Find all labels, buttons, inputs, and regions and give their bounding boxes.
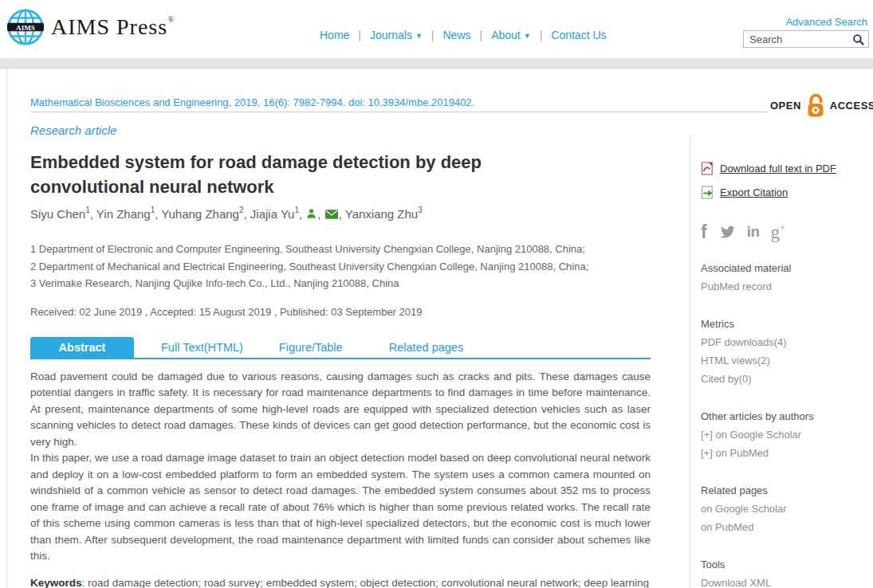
sidebar-link-download-xml[interactable]: Download XML xyxy=(701,574,871,588)
affiliation-line: 3 Verimake Research, Nanjing Qujike Info… xyxy=(30,275,651,292)
dropdown-caret-icon: ▼ xyxy=(524,32,531,40)
main-nav: Home|Journals▼|News|About▼|Contact Us xyxy=(320,29,607,41)
sidebar-link-on-pubmed[interactable]: [+] on PubMed xyxy=(701,444,871,462)
aims-globe-icon: AIMS xyxy=(6,8,45,46)
site-header: AIMS AIMS Press ® Home|Journals▼|News|Ab… xyxy=(0,0,873,58)
affiliation-line: 2 Department of Mechanical and Electrica… xyxy=(30,258,651,276)
sidebar-section-title: Associated material xyxy=(701,259,871,277)
open-access-badge: OPEN ACCESS xyxy=(768,91,873,120)
article-sidebar: Download full text in PDF Export Citatio… xyxy=(690,135,871,588)
open-access-open-label: OPEN xyxy=(770,100,801,112)
logo-text: AIMS Press xyxy=(51,14,167,40)
author-yanxiang-zhu[interactable]: Yanxiang Zhu3 xyxy=(345,207,423,221)
search-icon[interactable] xyxy=(852,33,865,46)
sidebar-section-related-pages: Related pageson Google Scholaron PubMed xyxy=(701,481,871,536)
export-citation-link[interactable]: Export Citation xyxy=(720,186,788,198)
nav-home[interactable]: Home xyxy=(320,29,349,41)
sidebar-section-title: Related pages xyxy=(701,481,871,500)
sidebar-section-associated-material: Associated materialPubMed record xyxy=(701,259,871,296)
article-tabs: AbstractFull Text(HTML)Figure/TableRelat… xyxy=(30,337,651,359)
search-input[interactable] xyxy=(744,31,852,47)
author-list: Siyu Chen1, Yin Zhang1, Yuhang Zhang2, J… xyxy=(30,206,651,221)
sidebar-link-on-pubmed[interactable]: on PubMed xyxy=(701,518,871,536)
author-siyu-chen[interactable]: Siyu Chen1 xyxy=(30,207,90,221)
keywords-line: Keywords: road damage detection; road su… xyxy=(30,577,651,588)
keywords-label: Keywords xyxy=(30,577,82,588)
tab-abstract[interactable]: Abstract xyxy=(30,337,134,358)
sidebar-section-other-articles-by-authors: Other articles by authors[+] on Google S… xyxy=(701,407,871,462)
svg-text:AIMS: AIMS xyxy=(16,24,35,32)
affiliation-line: 1 Department of Electronic and Computer … xyxy=(30,241,651,258)
sidebar-link-html-views-2[interactable]: HTML views(2) xyxy=(701,351,871,370)
sidebar-section-title: Tools xyxy=(701,555,871,574)
abstract-paragraph-2: In this paper, we use a road damage imag… xyxy=(30,450,651,565)
registered-mark: ® xyxy=(167,14,174,24)
google-plus-icon[interactable]: g+ xyxy=(771,221,786,243)
article-main-column: Mathematical Biosciences and Engineering… xyxy=(30,69,651,588)
sidebar-link-on-google-scholar[interactable]: on Google Scholar xyxy=(701,500,871,518)
nav-separator: | xyxy=(431,29,435,41)
tab-related-pages[interactable]: Related pages xyxy=(389,337,464,358)
affiliation-list: 1 Department of Electronic and Computer … xyxy=(30,241,651,292)
journal-citation-link[interactable]: Mathematical Biosciences and Engineering… xyxy=(30,96,651,108)
sidebar-section-title: Metrics xyxy=(701,315,871,333)
facebook-icon[interactable]: f xyxy=(701,221,707,243)
article-type-label: Research article xyxy=(30,123,651,137)
pdf-file-icon xyxy=(701,162,714,175)
sidebar-link-cited-by-0[interactable]: Cited by(0) xyxy=(701,370,871,388)
email-author-icon[interactable] xyxy=(325,210,338,219)
sidebar-section-title: Other articles by authors xyxy=(701,407,871,425)
content-card: OPEN ACCESS Mathematical Biosciences and… xyxy=(6,69,873,588)
nav-journals[interactable]: Journals▼ xyxy=(370,29,423,41)
sidebar-link-on-google-scholar[interactable]: [+] on Google Scholar xyxy=(701,425,871,444)
export-citation-icon xyxy=(701,186,714,199)
linkedin-icon[interactable]: in xyxy=(747,223,760,241)
header-divider-band xyxy=(0,58,873,69)
citation-divider xyxy=(30,112,768,112)
open-lock-icon xyxy=(805,92,826,119)
nav-about[interactable]: About▼ xyxy=(491,29,531,41)
nav-news[interactable]: News xyxy=(442,29,470,41)
page-root: AIMS AIMS Press ® Home|Journals▼|News|Ab… xyxy=(0,0,873,588)
aims-press-logo[interactable]: AIMS AIMS Press ® xyxy=(6,8,175,46)
keywords-text: road damage detection; road survey; embe… xyxy=(88,577,649,588)
export-citation-row[interactable]: Export Citation xyxy=(701,180,871,204)
social-share-row: f ing+ xyxy=(701,221,871,242)
twitter-icon[interactable] xyxy=(718,225,736,239)
nav-separator: | xyxy=(358,29,361,41)
abstract-section: Road pavement could be damaged due to va… xyxy=(30,369,651,565)
sidebar-section-metrics: MetricsPDF downloads(4)HTML views(2)Cite… xyxy=(701,315,871,388)
abstract-paragraph-1: Road pavement could be damaged due to va… xyxy=(30,369,651,451)
sidebar-link-pdf-downloads-4[interactable]: PDF downloads(4) xyxy=(701,333,871,351)
tab-full-text-html[interactable]: Full Text(HTML) xyxy=(161,337,243,358)
article-title: Embedded system for road damage detectio… xyxy=(30,150,549,199)
author-jiajia-yu[interactable]: Jiajia Yu1 xyxy=(250,207,299,221)
search-box xyxy=(743,30,869,48)
keywords-separator: : xyxy=(82,577,88,588)
download-pdf-link[interactable]: Download full text in PDF xyxy=(720,163,836,174)
nav-separator: | xyxy=(480,29,483,41)
sidebar-section-tools: ToolsDownload XMLEmail to a friend xyxy=(701,555,871,588)
dropdown-caret-icon: ▼ xyxy=(415,32,423,40)
author-yuhang-zhang[interactable]: Yuhang Zhang2 xyxy=(161,207,243,221)
sidebar-sections: Associated materialPubMed recordMetricsP… xyxy=(701,259,871,588)
article-dates: Received: 02 June 2019 , Accepted: 15 Au… xyxy=(30,306,651,318)
author-profile-icon[interactable] xyxy=(306,208,317,219)
tab-figure-table[interactable]: Figure/Table xyxy=(279,337,343,358)
author-yin-zhang[interactable]: Yin Zhang1 xyxy=(96,207,155,221)
advanced-search-link[interactable]: Advanced Search xyxy=(785,16,867,28)
nav-contact-us[interactable]: Contact Us xyxy=(551,29,606,41)
nav-separator: | xyxy=(540,29,543,41)
download-pdf-row[interactable]: Download full text in PDF xyxy=(701,156,871,180)
open-access-access-label: ACCESS xyxy=(830,100,873,112)
sidebar-link-pubmed-record[interactable]: PubMed record xyxy=(701,277,871,296)
